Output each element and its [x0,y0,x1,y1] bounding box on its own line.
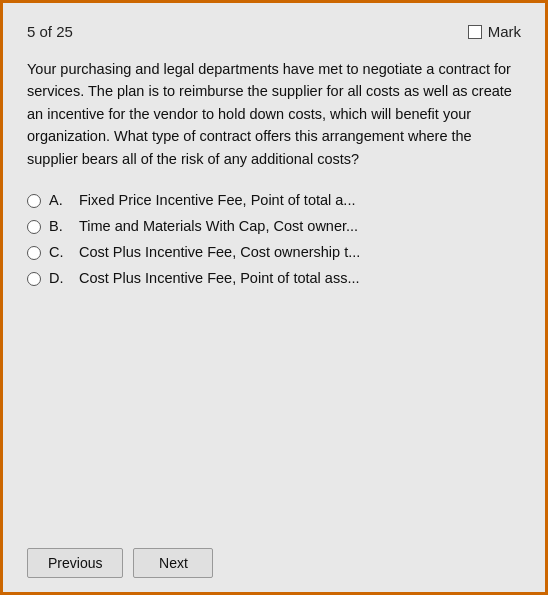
option-text-d: Cost Plus Incentive Fee, Point of total … [79,270,359,286]
option-letter-b: B. [49,218,71,234]
option-text-c: Cost Plus Incentive Fee, Cost ownership … [79,244,360,260]
next-button[interactable]: Next [133,548,213,578]
radio-d[interactable] [27,272,41,286]
question-counter: 5 of 25 [27,23,73,40]
option-text-a: Fixed Price Incentive Fee, Point of tota… [79,192,355,208]
options-list: A. Fixed Price Incentive Fee, Point of t… [27,192,521,286]
previous-button[interactable]: Previous [27,548,123,578]
mark-checkbox[interactable] [468,25,482,39]
radio-b[interactable] [27,220,41,234]
radio-c[interactable] [27,246,41,260]
option-letter-c: C. [49,244,71,260]
option-c[interactable]: C. Cost Plus Incentive Fee, Cost ownersh… [27,244,521,260]
option-a[interactable]: A. Fixed Price Incentive Fee, Point of t… [27,192,521,208]
option-b[interactable]: B. Time and Materials With Cap, Cost own… [27,218,521,234]
quiz-container: 5 of 25 Mark Your purchasing and legal d… [0,0,548,595]
header-row: 5 of 25 Mark [27,23,521,40]
mark-label: Mark [488,23,521,40]
mark-area[interactable]: Mark [468,23,521,40]
radio-a[interactable] [27,194,41,208]
footer-area: Previous Next [27,548,213,578]
option-d[interactable]: D. Cost Plus Incentive Fee, Point of tot… [27,270,521,286]
option-letter-a: A. [49,192,71,208]
option-text-b: Time and Materials With Cap, Cost owner.… [79,218,358,234]
question-text: Your purchasing and legal departments ha… [27,58,521,170]
option-letter-d: D. [49,270,71,286]
